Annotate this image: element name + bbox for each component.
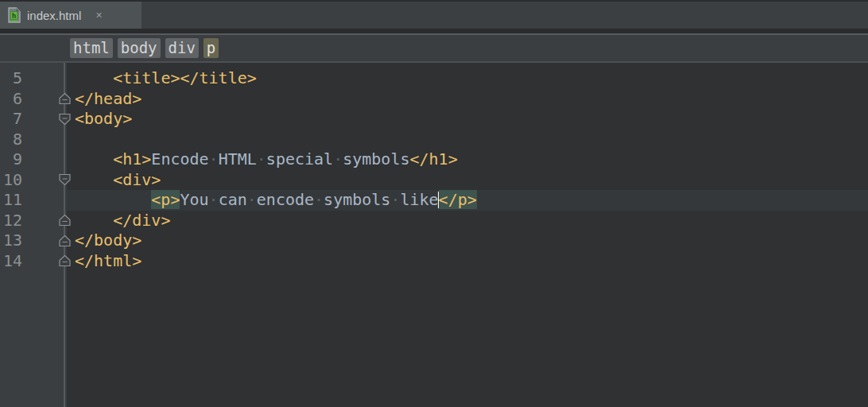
line-number[interactable]: 11 xyxy=(0,190,22,211)
tab-index-html[interactable]: h index.html × xyxy=(0,2,141,29)
line-number[interactable]: 6 xyxy=(0,89,22,110)
line-number[interactable]: 8 xyxy=(0,130,22,150)
code-line: 10 <div> xyxy=(0,170,868,191)
code-line-content[interactable]: </head> xyxy=(67,89,868,110)
code-line: 13</body> xyxy=(0,231,868,251)
line-gutter[interactable]: 9 xyxy=(0,149,67,170)
fold-end-icon[interactable] xyxy=(58,92,72,106)
html-file-icon: h xyxy=(8,7,21,23)
line-gutter[interactable]: 10 xyxy=(0,170,67,191)
code-line: 7<body> xyxy=(0,109,868,130)
svg-text:h: h xyxy=(12,11,17,20)
code-editor[interactable]: 5 <title></title>6</head>7<body>89 <h1>E… xyxy=(0,63,868,407)
line-gutter[interactable]: 6 xyxy=(0,89,67,110)
code-line-content[interactable]: <p>You·can·encode·symbols·like</p> xyxy=(67,190,868,211)
html-tag-token: <div> xyxy=(113,170,161,189)
line-gutter[interactable]: 13 xyxy=(0,231,67,251)
code-line-content[interactable]: <div> xyxy=(67,170,868,191)
code-line: 12 </div> xyxy=(0,211,868,231)
code-line: 11 <p>You·can·encode·symbols·like</p> xyxy=(0,190,868,211)
code-line-content[interactable]: <body> xyxy=(67,109,868,130)
code-line: 8 xyxy=(0,130,868,150)
breadcrumb-item-p[interactable]: p xyxy=(203,38,219,58)
fold-start-icon[interactable] xyxy=(58,112,72,126)
html-tag-token: <h1> xyxy=(113,149,151,169)
code-line: 14</html> xyxy=(0,251,868,272)
breadcrumb-item-html[interactable]: html xyxy=(70,38,113,58)
line-gutter[interactable]: 14 xyxy=(0,251,67,272)
text-token: You·can·encode·symbols·like xyxy=(180,190,438,209)
code-line-content[interactable] xyxy=(67,130,868,150)
line-number[interactable]: 7 xyxy=(0,109,22,130)
code-line-content[interactable]: </body> xyxy=(67,231,868,251)
code-lines: 5 <title></title>6</head>7<body>89 <h1>E… xyxy=(0,63,868,271)
code-line-content[interactable]: <h1>Encode·HTML·special·symbols</h1> xyxy=(67,149,868,170)
code-line: 9 <h1>Encode·HTML·special·symbols</h1> xyxy=(0,149,868,170)
code-line-content[interactable]: <title></title> xyxy=(67,68,868,89)
text-token: Encode·HTML·special·symbols xyxy=(151,149,409,169)
matched-tag-token: <p> xyxy=(151,190,180,209)
breadcrumb-item-body[interactable]: body xyxy=(118,38,161,58)
line-number[interactable]: 14 xyxy=(0,251,22,272)
html-tag-token: <body> xyxy=(75,109,132,128)
html-tag-token: </h1> xyxy=(410,149,458,169)
html-tag-token: </html> xyxy=(75,251,141,270)
line-gutter[interactable]: 11 xyxy=(0,190,67,211)
line-gutter[interactable]: 12 xyxy=(0,211,67,231)
html-tag-token: <title></title> xyxy=(113,68,257,87)
line-number[interactable]: 13 xyxy=(0,231,22,251)
fold-start-icon[interactable] xyxy=(58,173,72,187)
matched-tag-token: </p> xyxy=(439,190,477,209)
code-line-content[interactable]: </div> xyxy=(67,211,868,231)
line-number[interactable]: 10 xyxy=(0,170,22,191)
line-number[interactable]: 12 xyxy=(0,211,22,231)
code-line: 6</head> xyxy=(0,89,868,110)
fold-end-icon[interactable] xyxy=(58,254,72,268)
html-tag-token: </head> xyxy=(75,89,141,108)
editor-tab-bar: h index.html × xyxy=(0,0,868,29)
tab-title: index.html xyxy=(27,9,81,22)
line-number[interactable]: 9 xyxy=(0,149,22,170)
fold-end-icon[interactable] xyxy=(58,214,72,227)
line-gutter[interactable]: 7 xyxy=(0,109,67,130)
close-icon[interactable]: × xyxy=(95,10,102,21)
line-gutter[interactable]: 5 xyxy=(0,68,67,89)
code-line: 5 <title></title> xyxy=(0,68,868,89)
line-gutter[interactable]: 8 xyxy=(0,130,67,150)
html-tag-token: </body> xyxy=(75,231,141,250)
ide-window: h index.html × htmlbodydivp 5 <title></t… xyxy=(0,0,868,407)
line-number[interactable]: 5 xyxy=(0,68,22,89)
html-tag-token: </div> xyxy=(113,211,170,230)
code-line-content[interactable]: </html> xyxy=(67,251,868,272)
breadcrumbs: htmlbodydivp xyxy=(0,33,868,63)
fold-end-icon[interactable] xyxy=(58,234,72,247)
breadcrumb-item-div[interactable]: div xyxy=(165,38,199,58)
